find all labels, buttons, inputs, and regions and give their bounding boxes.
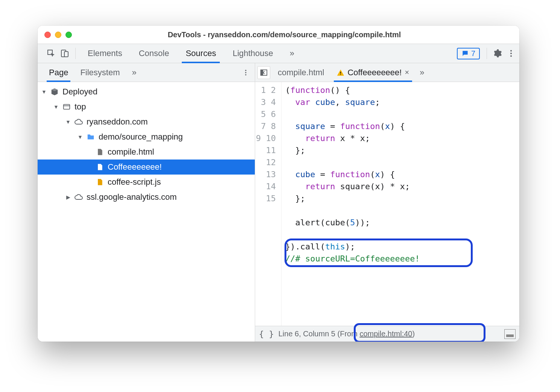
file-icon: [95, 148, 105, 156]
file-tab-label: compile.html: [278, 68, 324, 77]
kebab-icon: [507, 49, 516, 58]
more-menu-button[interactable]: [504, 47, 518, 60]
file-tab-label: Coffeeeeeeee!: [347, 68, 402, 77]
tree-file-coffee-vm[interactable]: Coffeeeeeeee!: [38, 160, 255, 175]
close-tab-button[interactable]: ×: [405, 68, 409, 77]
folder-icon: [86, 133, 96, 141]
navigator-tabs-overflow[interactable]: »: [126, 63, 143, 82]
show-navigator-button[interactable]: [257, 66, 270, 79]
box-icon: [50, 88, 59, 96]
svg-point-3: [510, 53, 512, 54]
editor-file-tabs: compile.html Coffeeeeeeee! × »: [255, 63, 519, 82]
svg-point-6: [245, 72, 246, 73]
settings-button[interactable]: [491, 47, 504, 60]
tree-folder[interactable]: ▼ demo/source_mapping: [38, 129, 255, 144]
close-window-button[interactable]: [44, 32, 51, 38]
svg-point-4: [510, 55, 512, 57]
main-toolbar: Elements Console Sources Lighthouse » 7: [38, 44, 519, 63]
toolbar-separator: [75, 48, 76, 59]
inspect-element-icon[interactable]: [44, 47, 58, 60]
svg-rect-1: [64, 52, 68, 57]
tree-label: coffee-script.js: [108, 177, 161, 187]
file-tab-coffee-vm[interactable]: Coffeeeeeeee! ×: [332, 63, 414, 82]
file-tree: ▼ Deployed ▼ top ▼: [38, 82, 255, 342]
tab-lighthouse[interactable]: Lighthouse: [224, 44, 282, 63]
svg-point-5: [245, 70, 246, 71]
window-controls: [44, 32, 72, 38]
file-icon: [95, 163, 105, 171]
file-tabs-overflow[interactable]: »: [417, 63, 427, 82]
cloud-icon: [74, 117, 84, 126]
tab-console[interactable]: Console: [131, 44, 178, 63]
navigator-panel: Page Filesystem » ▼ Deployed ▼: [38, 63, 255, 342]
window-title: DevTools - ryanseddon.com/demo/source_ma…: [79, 30, 513, 39]
tree-top[interactable]: ▼ top: [38, 99, 255, 114]
show-debugger-button[interactable]: [504, 329, 516, 339]
sources-body: Page Filesystem » ▼ Deployed ▼: [38, 63, 519, 342]
panel-tabs: Elements Console Sources Lighthouse »: [79, 44, 303, 63]
tabs-overflow-button[interactable]: »: [282, 44, 303, 63]
svg-rect-12: [341, 71, 341, 73]
frame-icon: [62, 103, 72, 111]
annotation-highlight-sourceurl: [285, 239, 473, 267]
tree-analytics[interactable]: ▶ ssl.google-analytics.com: [38, 190, 255, 205]
code-content: (function() { var cube, square; square =…: [282, 82, 424, 326]
svg-rect-8: [64, 105, 70, 109]
devtools-window: DevTools - ryanseddon.com/demo/source_ma…: [38, 26, 519, 342]
navigator-more-button[interactable]: [239, 66, 253, 79]
pretty-print-button[interactable]: { }: [259, 329, 274, 339]
tree-label: top: [75, 102, 86, 112]
file-icon: [95, 178, 105, 186]
svg-point-7: [245, 74, 246, 75]
line-gutter: 1 2 3 4 5 6 7 8 9 10 11 12 13 14 15: [255, 82, 282, 326]
issues-icon: [461, 50, 469, 57]
tree-file-coffee-script[interactable]: coffee-script.js: [38, 175, 255, 190]
toolbar-separator: [487, 48, 487, 59]
panel-left-icon: [260, 68, 268, 77]
tree-label: ryanseddon.com: [87, 117, 148, 127]
file-tab-compile[interactable]: compile.html: [272, 63, 329, 82]
tree-label: compile.html: [108, 147, 154, 157]
navigator-tab-filesystem[interactable]: Filesystem: [74, 63, 126, 82]
svg-rect-13: [341, 74, 341, 75]
tree-file-compile[interactable]: compile.html: [38, 144, 255, 160]
tree-label: demo/source_mapping: [99, 132, 183, 142]
kebab-icon: [242, 69, 250, 76]
titlebar: DevTools - ryanseddon.com/demo/source_ma…: [38, 26, 519, 44]
warning-icon: [337, 69, 344, 76]
cloud-icon: [74, 193, 84, 202]
editor-status-bar: { } Line 6, Column 5 (From compile.html:…: [255, 326, 519, 342]
tree-domain[interactable]: ▼ ryanseddon.com: [38, 114, 255, 129]
device-toolbar-icon[interactable]: [58, 47, 72, 60]
svg-point-2: [510, 50, 512, 52]
maximize-window-button[interactable]: [65, 32, 72, 38]
minimize-window-button[interactable]: [55, 32, 61, 38]
navigator-tab-page[interactable]: Page: [43, 63, 74, 82]
editor-panel: compile.html Coffeeeeeeee! × » 1 2 3 4 5…: [255, 63, 519, 342]
annotation-highlight-from: [354, 323, 485, 342]
tab-sources[interactable]: Sources: [177, 44, 224, 63]
tree-label: ssl.google-analytics.com: [87, 192, 177, 202]
code-editor[interactable]: 1 2 3 4 5 6 7 8 9 10 11 12 13 14 15 (fun…: [255, 82, 519, 326]
tab-elements[interactable]: Elements: [79, 44, 131, 63]
issues-badge[interactable]: 7: [457, 48, 480, 59]
navigator-tabs: Page Filesystem »: [38, 63, 255, 82]
gear-icon: [493, 49, 502, 58]
tree-label: Deployed: [62, 87, 97, 97]
issues-count: 7: [471, 49, 475, 58]
tree-label: Coffeeeeeeee!: [108, 162, 162, 172]
tree-deployed[interactable]: ▼ Deployed: [38, 84, 255, 99]
